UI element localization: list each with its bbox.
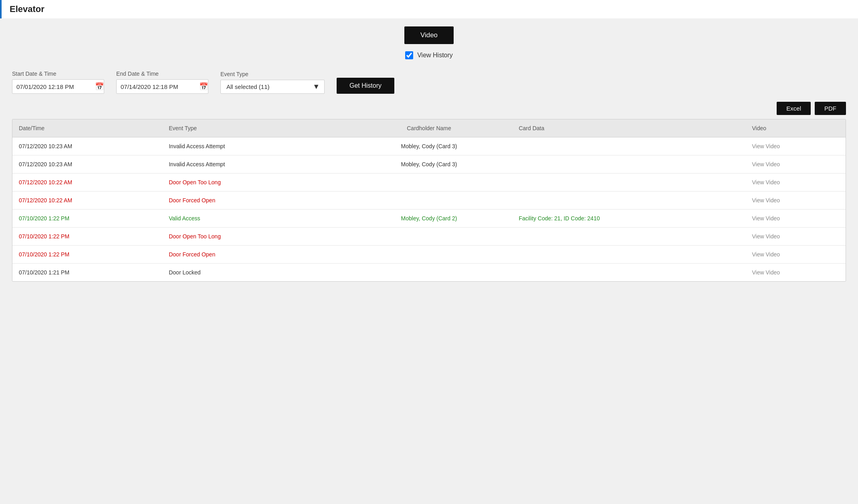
cell-eventtype: Invalid Access Attempt [162, 137, 345, 155]
cell-cardholder [346, 173, 513, 192]
view-video-link[interactable]: View Video [752, 161, 780, 167]
start-date-input[interactable] [16, 83, 93, 90]
event-type-select[interactable]: All selected (11) [220, 80, 325, 94]
cell-cardholder [346, 264, 513, 282]
event-type-select-wrapper: All selected (11) ▼ [220, 80, 325, 94]
table-row: 07/10/2020 1:22 PM Valid Access Mobley, … [12, 210, 846, 228]
table-row: 07/10/2020 1:22 PM Door Open Too Long Vi… [12, 228, 846, 246]
cell-datetime: 07/10/2020 1:22 PM [12, 210, 162, 228]
table-row: 07/10/2020 1:22 PM Door Forced Open View… [12, 246, 846, 264]
cell-carddata [512, 192, 745, 210]
cell-carddata [512, 228, 745, 246]
col-header-cardholder: Cardholder Name [346, 119, 513, 137]
cell-carddata [512, 173, 745, 192]
cell-cardholder [346, 246, 513, 264]
start-date-label: Start Date & Time [12, 71, 104, 77]
start-date-input-wrapper: 📅 [12, 79, 104, 94]
cell-eventtype: Door Open Too Long [162, 228, 345, 246]
cell-datetime: 07/10/2020 1:21 PM [12, 264, 162, 282]
cell-carddata: Facility Code: 21, ID Code: 2410 [512, 210, 745, 228]
cell-cardholder [346, 192, 513, 210]
view-video-link[interactable]: View Video [752, 197, 780, 204]
cell-datetime: 07/12/2020 10:23 AM [12, 137, 162, 155]
cell-eventtype: Invalid Access Attempt [162, 155, 345, 173]
table-row: 07/12/2020 10:22 AM Door Open Too Long V… [12, 173, 846, 192]
content-area: Video View History Start Date & Time 📅 E… [0, 18, 858, 290]
cell-datetime: 07/10/2020 1:22 PM [12, 246, 162, 264]
cell-video: View Video [746, 228, 846, 246]
start-date-group: Start Date & Time 📅 [12, 71, 104, 94]
cell-carddata [512, 264, 745, 282]
video-button[interactable]: Video [404, 26, 454, 44]
cell-video: View Video [746, 173, 846, 192]
cell-carddata [512, 137, 745, 155]
cell-cardholder [346, 228, 513, 246]
cell-eventtype: Door Forced Open [162, 192, 345, 210]
export-row: Excel PDF [12, 102, 846, 115]
end-date-input-wrapper: 📅 [116, 79, 208, 94]
cell-datetime: 07/12/2020 10:22 AM [12, 173, 162, 192]
end-date-input[interactable] [121, 83, 197, 90]
col-header-video: Video [746, 119, 846, 137]
view-history-row: View History [12, 51, 846, 59]
table-header: Date/Time Event Type Cardholder Name Car… [12, 119, 846, 137]
filters-row: Start Date & Time 📅 End Date & Time 📅 Ev… [12, 71, 846, 94]
event-type-group: Event Type All selected (11) ▼ [220, 71, 325, 94]
cell-cardholder: Mobley, Cody (Card 3) [346, 137, 513, 155]
end-date-label: End Date & Time [116, 71, 208, 77]
table-body: 07/12/2020 10:23 AM Invalid Access Attem… [12, 137, 846, 282]
col-header-carddata: Card Data [512, 119, 745, 137]
cell-datetime: 07/12/2020 10:23 AM [12, 155, 162, 173]
cell-video: View Video [746, 264, 846, 282]
table-row: 07/12/2020 10:23 AM Invalid Access Attem… [12, 137, 846, 155]
pdf-button[interactable]: PDF [815, 102, 846, 115]
view-video-link[interactable]: View Video [752, 215, 780, 222]
page-wrapper: Elevator Video View History Start Date &… [0, 0, 858, 504]
view-history-checkbox[interactable] [405, 51, 413, 59]
col-header-datetime: Date/Time [12, 119, 162, 137]
video-btn-row: Video [12, 26, 846, 44]
cell-eventtype: Door Open Too Long [162, 173, 345, 192]
view-video-link[interactable]: View Video [752, 233, 780, 240]
col-header-eventtype: Event Type [162, 119, 345, 137]
view-video-link[interactable]: View Video [752, 143, 780, 149]
event-type-label: Event Type [220, 71, 325, 77]
view-history-label: View History [417, 52, 453, 59]
cell-eventtype: Door Locked [162, 264, 345, 282]
end-date-group: End Date & Time 📅 [116, 71, 208, 94]
cell-carddata [512, 246, 745, 264]
cell-video: View Video [746, 210, 846, 228]
cell-cardholder: Mobley, Cody (Card 2) [346, 210, 513, 228]
table-row: 07/12/2020 10:23 AM Invalid Access Attem… [12, 155, 846, 173]
table-row: 07/10/2020 1:21 PM Door Locked View Vide… [12, 264, 846, 282]
table-row: 07/12/2020 10:22 AM Door Forced Open Vie… [12, 192, 846, 210]
view-video-link[interactable]: View Video [752, 251, 780, 258]
cell-video: View Video [746, 155, 846, 173]
cell-eventtype: Door Forced Open [162, 246, 345, 264]
cell-video: View Video [746, 246, 846, 264]
history-table-container: Date/Time Event Type Cardholder Name Car… [12, 119, 846, 282]
view-video-link[interactable]: View Video [752, 179, 780, 185]
cell-video: View Video [746, 192, 846, 210]
history-table: Date/Time Event Type Cardholder Name Car… [12, 119, 846, 281]
get-history-button[interactable]: Get History [337, 78, 394, 94]
start-date-calendar-icon[interactable]: 📅 [95, 82, 104, 91]
cell-datetime: 07/10/2020 1:22 PM [12, 228, 162, 246]
excel-button[interactable]: Excel [777, 102, 811, 115]
cell-cardholder: Mobley, Cody (Card 3) [346, 155, 513, 173]
end-date-calendar-icon[interactable]: 📅 [199, 82, 208, 91]
cell-carddata [512, 155, 745, 173]
page-title: Elevator [0, 0, 858, 18]
cell-video: View Video [746, 137, 846, 155]
cell-datetime: 07/12/2020 10:22 AM [12, 192, 162, 210]
cell-eventtype: Valid Access [162, 210, 345, 228]
view-video-link[interactable]: View Video [752, 269, 780, 276]
